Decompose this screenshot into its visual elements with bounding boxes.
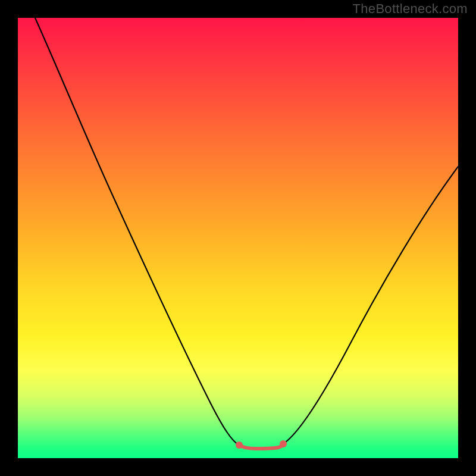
gradient-plot-background <box>18 18 458 458</box>
optimal-dot-right <box>280 440 287 447</box>
curve-left-branch <box>35 18 239 445</box>
optimal-dot-left <box>236 441 243 449</box>
watermark-text: TheBottleneck.com <box>353 1 468 17</box>
chart-canvas: TheBottleneck.com <box>0 0 476 476</box>
curve-overlay <box>18 18 458 458</box>
curve-right-branch <box>283 167 458 444</box>
optimal-segment <box>239 444 283 449</box>
